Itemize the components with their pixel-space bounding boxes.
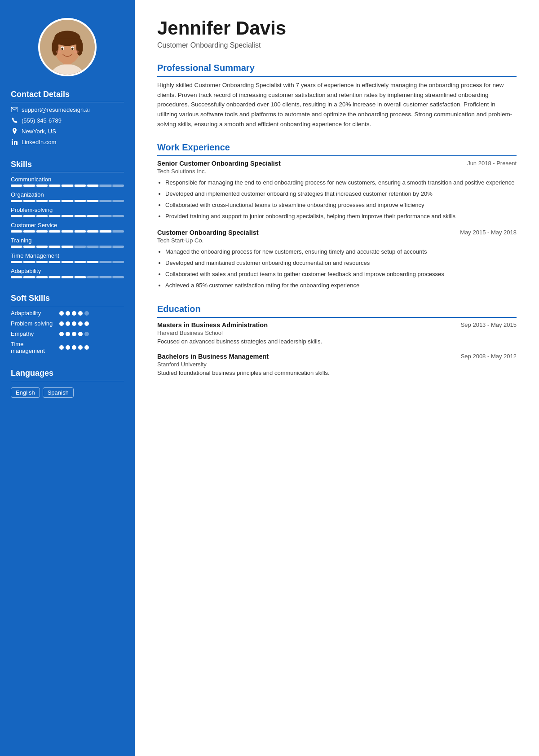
soft-skill-dot: [78, 321, 83, 326]
soft-skill-name: Empathy: [11, 330, 56, 337]
skill-segment: [49, 200, 60, 202]
contact-section: Contact Details support@resumedesign.ai …: [0, 90, 135, 160]
skill-segment: [62, 261, 73, 263]
contact-text: NewYork, US: [22, 128, 56, 135]
edu-desc: Studied foundational business principles…: [157, 369, 517, 376]
skill-bar: [11, 230, 124, 233]
avatar: [38, 18, 97, 76]
education-entry: Bachelors in Business Management Sep 200…: [157, 353, 517, 376]
soft-skill-dot: [66, 311, 70, 316]
job-entry: Customer Onboarding Specialist May 2015 …: [157, 229, 517, 290]
skill-segment: [87, 215, 98, 217]
contact-list: support@resumedesign.ai (555) 345-6789 N…: [11, 106, 124, 145]
skill-segment: [87, 185, 98, 187]
job-bullet: Achieved a 95% customer satisfaction rat…: [165, 281, 517, 290]
edu-date: Sep 2008 - May 2012: [461, 353, 517, 360]
job-bullet: Collaborated with sales and product team…: [165, 270, 517, 279]
soft-skill-dots: [59, 311, 89, 316]
language-tag: English: [11, 387, 40, 398]
skill-name: Training: [11, 237, 124, 244]
edu-desc: Focused on advanced business strategies …: [157, 338, 517, 345]
edu-degree: Bachelors in Business Management: [157, 353, 269, 360]
education-entry: Masters in Business Administration Sep 2…: [157, 321, 517, 345]
skill-segment: [87, 276, 98, 278]
soft-skill-dot: [84, 311, 89, 316]
soft-skill-dot: [84, 332, 89, 336]
skill-segment: [36, 185, 48, 187]
skill-segment: [11, 246, 22, 248]
job-header: Customer Onboarding Specialist May 2015 …: [157, 229, 517, 236]
skill-segment: [62, 185, 73, 187]
job-bullet: Responsible for managing the end-to-end …: [165, 178, 517, 188]
soft-skill-dot: [78, 311, 83, 316]
skill-segment: [36, 246, 48, 248]
soft-skill-dot: [84, 321, 89, 326]
jobs-list: Senior Customer Onboarding Specialist Ju…: [157, 160, 517, 290]
soft-skills-section-title: Soft Skills: [11, 294, 124, 306]
job-bullets: Responsible for managing the end-to-end …: [157, 178, 517, 221]
skill-bar: [11, 185, 124, 187]
skill-segment: [113, 200, 124, 202]
contact-text: (555) 345-6789: [22, 117, 62, 124]
linkedin-icon: [11, 138, 18, 145]
skill-segment: [75, 215, 86, 217]
soft-skill-dot: [84, 345, 89, 350]
contact-section-title: Contact Details: [11, 90, 124, 102]
skill-segment: [75, 185, 86, 187]
soft-skill-item: Empathy: [11, 330, 124, 337]
soft-skill-dot: [78, 332, 83, 336]
skill-segment: [113, 185, 124, 187]
job-title: Senior Customer Onboarding Specialist: [157, 160, 281, 167]
soft-skill-dots: [59, 345, 89, 350]
skill-segment: [23, 185, 35, 187]
skill-segment: [49, 276, 60, 278]
soft-skill-dots: [59, 321, 89, 326]
skill-segment: [75, 230, 86, 233]
contact-item: support@resumedesign.ai: [11, 106, 124, 113]
job-title: Customer Onboarding Specialist: [157, 229, 259, 236]
main-content: Jennifer Davis Customer Onboarding Speci…: [135, 0, 539, 756]
languages-list: EnglishSpanish: [11, 385, 124, 398]
summary-text: Highly skilled Customer Onboarding Speci…: [157, 80, 517, 129]
svg-point-13: [56, 50, 61, 53]
soft-skills-list: Adaptability Problem-solving Empathy Tim…: [11, 310, 124, 354]
soft-skill-dot: [66, 345, 70, 350]
skill-segment: [113, 276, 124, 278]
skill-segment: [113, 261, 124, 263]
skill-name: Time Management: [11, 252, 124, 259]
soft-skill-dot: [72, 345, 76, 350]
job-bullets: Managed the onboarding process for new c…: [157, 247, 517, 290]
soft-skill-dots: [59, 332, 89, 336]
skill-segment: [100, 276, 111, 278]
contact-text: LinkedIn.com: [22, 139, 56, 145]
skill-bar: [11, 261, 124, 263]
skill-bar: [11, 200, 124, 202]
skill-item: Adaptability: [11, 268, 124, 278]
svg-rect-16: [12, 141, 13, 145]
skills-section: Skills Communication Organization Proble…: [0, 160, 135, 294]
skill-segment: [36, 230, 48, 233]
language-tag: Spanish: [43, 387, 74, 398]
soft-skill-item: Problem-solving: [11, 320, 124, 327]
job-bullet: Provided training and support to junior …: [165, 212, 517, 221]
skills-section-title: Skills: [11, 160, 124, 172]
soft-skill-dot: [66, 321, 70, 326]
skill-segment: [75, 261, 86, 263]
candidate-name: Jennifer Davis: [157, 18, 517, 39]
skill-segment: [100, 200, 111, 202]
skill-bar: [11, 276, 124, 278]
soft-skill-dot: [59, 311, 64, 316]
contact-item: NewYork, US: [11, 127, 124, 135]
soft-skill-dot: [66, 332, 70, 336]
work-section-title: Work Experience: [157, 142, 517, 156]
skill-segment: [49, 246, 60, 248]
skill-segment: [75, 276, 86, 278]
education-section: Education Masters in Business Administra…: [157, 304, 517, 376]
location-icon: [11, 127, 18, 135]
skill-segment: [11, 230, 22, 233]
skill-segment: [36, 215, 48, 217]
skill-segment: [23, 261, 35, 263]
skill-segment: [11, 276, 22, 278]
skill-item: Time Management: [11, 252, 124, 263]
soft-skill-item: Time management: [11, 341, 124, 354]
